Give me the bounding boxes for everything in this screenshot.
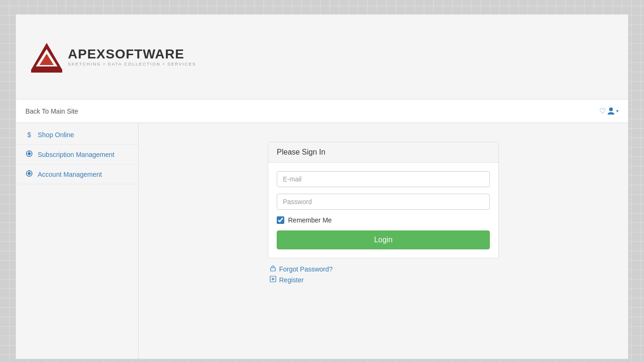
logo-text: APEXSOFTWARE SKETCHING • DATA COLLECTION… — [68, 48, 196, 66]
app-wrapper: APEXSOFTWARE SKETCHING • DATA COLLECTION… — [16, 14, 628, 359]
sidebar-item-shop-online[interactable]: $ Shop Online — [16, 125, 138, 145]
user-dropdown[interactable]: ♡ ▾ — [599, 107, 619, 115]
password-input[interactable] — [277, 194, 490, 210]
svg-rect-3 — [31, 70, 62, 73]
navbar-left: Back To Main Site — [25, 107, 78, 115]
password-group — [277, 194, 490, 210]
logo: APEXSOFTWARE SKETCHING • DATA COLLECTION… — [30, 41, 196, 74]
remember-me-group: Remember Me — [277, 216, 490, 224]
logo-triangle-icon — [30, 41, 63, 74]
user-icon: ♡ — [599, 107, 606, 115]
login-card-header: Please Sign In — [268, 142, 498, 163]
remember-me-label[interactable]: Remember Me — [288, 216, 332, 224]
navbar: Back To Main Site ♡ ▾ — [16, 99, 628, 123]
login-section: Please Sign In Remember Me Lo — [268, 142, 499, 284]
header: APEXSOFTWARE SKETCHING • DATA COLLECTION… — [16, 15, 628, 99]
forgot-password-link[interactable]: Forgot Password? — [270, 265, 499, 273]
back-to-main-link[interactable]: Back To Main Site — [25, 107, 78, 115]
dropdown-caret-icon: ▾ — [616, 108, 619, 114]
svg-point-5 — [28, 152, 31, 155]
sidebar-item-subscription[interactable]: Subscription Management — [16, 145, 138, 165]
navbar-right: ♡ ▾ — [599, 107, 619, 115]
dollar-icon: $ — [25, 131, 33, 139]
logo-software: SOFTWARE — [106, 47, 184, 61]
forgot-password-label: Forgot Password? — [279, 265, 333, 273]
sidebar-label-account: Account Management — [38, 171, 102, 178]
account-gear-icon — [25, 170, 33, 178]
email-group — [277, 171, 490, 187]
login-card-body: Remember Me Login — [268, 163, 498, 258]
svg-rect-8 — [271, 268, 275, 271]
logo-apex: APEX — [68, 47, 106, 61]
main-content: Please Sign In Remember Me Lo — [139, 123, 628, 359]
content-area: $ Shop Online Subscription Management Ac… — [16, 123, 628, 359]
svg-point-7 — [28, 172, 31, 175]
register-label: Register — [279, 276, 304, 284]
login-links: Forgot Password? Register — [268, 265, 499, 284]
login-title: Please Sign In — [277, 148, 325, 156]
forgot-password-icon — [270, 265, 276, 273]
sidebar-label-subscription: Subscription Management — [38, 151, 115, 158]
login-button[interactable]: Login — [277, 230, 490, 249]
login-card: Please Sign In Remember Me Lo — [268, 142, 499, 258]
register-link[interactable]: Register — [270, 276, 499, 284]
subscription-icon — [25, 150, 33, 158]
email-input[interactable] — [277, 171, 490, 187]
sidebar-item-account[interactable]: Account Management — [16, 165, 138, 184]
logo-main-text: APEXSOFTWARE — [68, 48, 196, 61]
sidebar: $ Shop Online Subscription Management Ac… — [16, 123, 139, 359]
register-icon — [270, 276, 276, 284]
logo-tagline: SKETCHING • DATA COLLECTION • SERVICES — [68, 62, 196, 66]
sidebar-label-shop-online: Shop Online — [38, 131, 74, 139]
user-person-icon — [608, 107, 614, 115]
remember-me-checkbox[interactable] — [277, 216, 284, 224]
